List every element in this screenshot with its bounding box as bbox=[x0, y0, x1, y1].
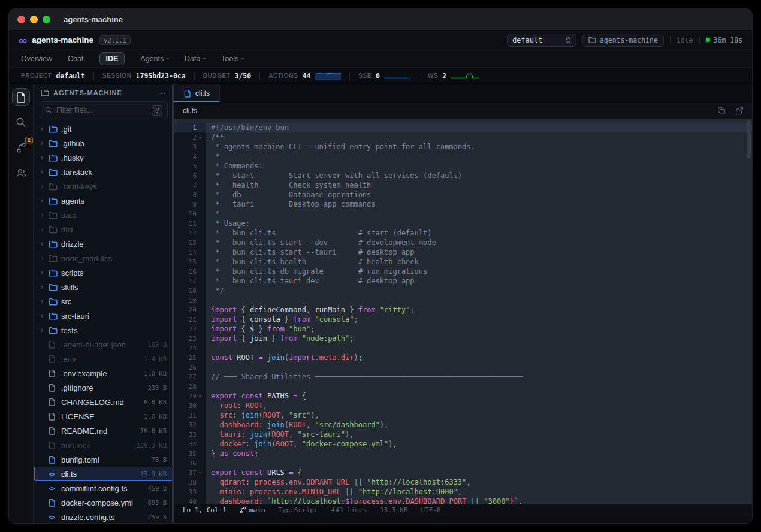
code-line-9[interactable]: 9 * tauri Desktop app commands bbox=[174, 200, 752, 209]
tree-file-commitlint.config.ts[interactable]: <>commitlint.config.ts459 B bbox=[34, 481, 173, 495]
copy-button[interactable] bbox=[717, 107, 726, 115]
code-line-24[interactable]: 24 bbox=[174, 343, 752, 353]
code-line-27[interactable]: 27// ─── Shared Utilities ──────────────… bbox=[174, 372, 752, 382]
tree-folder-.github[interactable]: ›.github bbox=[34, 136, 173, 150]
tree-folder-agents[interactable]: ›agents bbox=[34, 194, 173, 208]
code-line-40[interactable]: 40 dashboard: `http://localhost:${proces… bbox=[174, 497, 752, 504]
code-line-28[interactable]: 28 bbox=[174, 382, 752, 391]
code-editor[interactable]: 1#!/usr/bin/env bun2›/**3 * agents-machi… bbox=[174, 119, 752, 504]
tree-folder-src-tauri[interactable]: ›src-tauri bbox=[34, 309, 173, 323]
code-line-11[interactable]: 11 * Usage: bbox=[174, 219, 752, 228]
environment-select[interactable]: default bbox=[507, 34, 576, 47]
fold-chevron-icon[interactable]: › bbox=[197, 394, 203, 399]
code-line-1[interactable]: 1#!/usr/bin/env bun bbox=[174, 123, 752, 132]
tree-file-.agent-budget.json[interactable]: .agent-budget.json109 B bbox=[34, 337, 173, 352]
tree-file-docker-compose.yml[interactable]: docker-compose.yml893 B bbox=[34, 495, 173, 510]
explorer-menu-button[interactable]: ⋯ bbox=[158, 88, 167, 98]
tree-folder-src[interactable]: ›src bbox=[34, 294, 173, 309]
code-line-33[interactable]: 33 tauri: join(ROOT, "src-tauri"), bbox=[174, 430, 752, 439]
editor-tab-cli-ts[interactable]: cli.ts bbox=[174, 84, 220, 102]
nav-tab-data[interactable]: Data› bbox=[185, 55, 206, 63]
code-line-30[interactable]: 30 root: ROOT, bbox=[174, 401, 752, 410]
tree-folder-scripts[interactable]: ›scripts bbox=[34, 265, 173, 280]
code-line-13[interactable]: 13 * bun cli.ts start --dev # developmen… bbox=[174, 238, 752, 247]
tree-folder-skills[interactable]: ›skills bbox=[34, 280, 173, 294]
code-line-36[interactable]: 36 bbox=[174, 458, 752, 468]
agents-activity-button[interactable] bbox=[12, 164, 30, 182]
code-line-29[interactable]: 29›export const PATHS = { bbox=[174, 391, 752, 401]
project-button[interactable]: agents-machine bbox=[582, 34, 664, 47]
code-line-39[interactable]: 39 minio: process.env.MINIO_URL || "http… bbox=[174, 487, 752, 497]
code-line-14[interactable]: 14 * bun cli.ts start --tauri # desktop … bbox=[174, 247, 752, 257]
nav-tab-overview[interactable]: Overview bbox=[21, 55, 52, 63]
code-line-35[interactable]: 35} as const; bbox=[174, 449, 752, 458]
code-line-6[interactable]: 6 * start Start server with all services… bbox=[174, 171, 752, 180]
code-text: const ROOT = join(import.meta.dir); bbox=[206, 353, 752, 362]
code-line-5[interactable]: 5 * Commands: bbox=[174, 161, 752, 171]
code-line-34[interactable]: 34 docker: join(ROOT, "docker-compose.ym… bbox=[174, 439, 752, 449]
code-line-25[interactable]: 25const ROOT = join(import.meta.dir); bbox=[174, 353, 752, 362]
tree-folder-node_modules[interactable]: ›node_modules bbox=[34, 251, 173, 265]
open-external-button[interactable] bbox=[735, 107, 744, 115]
code-line-4[interactable]: 4 * bbox=[174, 152, 752, 161]
code-line-3[interactable]: 3 * agents-machine CLI — unified entry p… bbox=[174, 142, 752, 152]
code-line-26[interactable]: 26 bbox=[174, 362, 752, 372]
tree-folder-.tanstack[interactable]: ›.tanstack bbox=[34, 165, 173, 179]
minimize-button[interactable] bbox=[30, 16, 38, 23]
config-file-icon-wrap bbox=[49, 455, 61, 464]
filter-files-input[interactable]: Filter files... ? bbox=[40, 101, 168, 119]
search-activity-button[interactable] bbox=[12, 113, 30, 131]
tree-file-README.md[interactable]: README.md16.8 KB bbox=[34, 424, 173, 438]
tree-folder-.tauri-keys[interactable]: ›.tauri-keys bbox=[34, 179, 173, 194]
nav-tab-agents[interactable]: Agents› bbox=[140, 55, 169, 63]
code-line-37[interactable]: 37›export const URLS = { bbox=[174, 468, 752, 477]
code-line-32[interactable]: 32 dashboard: join(ROOT, "src/dashboard"… bbox=[174, 420, 752, 430]
tree-folder-dist[interactable]: ›dist bbox=[34, 222, 173, 237]
tree-file-bun.lock[interactable]: bun.lock189.3 KB bbox=[34, 438, 173, 452]
close-button[interactable] bbox=[17, 16, 25, 23]
code-line-2[interactable]: 2›/** bbox=[174, 132, 752, 142]
fold-chevron-icon[interactable]: › bbox=[197, 135, 203, 140]
line-number: 7 bbox=[192, 182, 197, 189]
explorer-activity-button[interactable] bbox=[12, 88, 30, 106]
tree-file-LICENSE[interactable]: LICENSE1.0 KB bbox=[34, 409, 173, 424]
code-line-31[interactable]: 31 src: join(ROOT, "src"), bbox=[174, 410, 752, 420]
code-line-12[interactable]: 12 * bun cli.ts # start (default) bbox=[174, 228, 752, 238]
fold-chevron-icon[interactable]: › bbox=[197, 470, 203, 476]
code-line-21[interactable]: 21import { consola } from "consola"; bbox=[174, 315, 752, 324]
tree-file-.env[interactable]: .env1.4 KB bbox=[34, 352, 173, 366]
tree-folder-data[interactable]: ›data bbox=[34, 208, 173, 222]
code-line-16[interactable]: 16 * bun cli.ts db migrate # run migrati… bbox=[174, 267, 752, 276]
source-control-activity-button[interactable]: 2 bbox=[12, 138, 30, 156]
tree-folder-.git[interactable]: ›.git bbox=[34, 122, 173, 136]
code-line-10[interactable]: 10 * bbox=[174, 209, 752, 219]
nav-tab-tools[interactable]: Tools› bbox=[221, 55, 244, 63]
tree-file-cli.ts[interactable]: <>cli.ts13.3 KB bbox=[34, 467, 173, 481]
code-line-20[interactable]: 20import { defineCommand, runMain } from… bbox=[174, 305, 752, 315]
explorer-scrollbar[interactable] bbox=[172, 84, 174, 523]
code-line-38[interactable]: 38 qdrant: process.env.QDRANT_URL || "ht… bbox=[174, 477, 752, 487]
editor-scrollbar[interactable] bbox=[747, 120, 751, 159]
project-button-label: agents-machine bbox=[600, 36, 658, 44]
maximize-button[interactable] bbox=[43, 16, 50, 23]
code-line-23[interactable]: 23import { join } from "node:path"; bbox=[174, 334, 752, 343]
code-line-22[interactable]: 22import { $ } from "bun"; bbox=[174, 324, 752, 334]
tree-file-CHANGELOG.md[interactable]: CHANGELOG.md6.8 KB bbox=[34, 395, 173, 409]
folder-icon bbox=[49, 140, 58, 147]
nav-tab-ide[interactable]: IDE bbox=[99, 52, 125, 65]
nav-tab-chat[interactable]: Chat bbox=[68, 55, 83, 63]
code-line-17[interactable]: 17 * bun cli.ts tauri dev # desktop app bbox=[174, 276, 752, 286]
tree-folder-drizzle[interactable]: ›drizzle bbox=[34, 237, 173, 251]
tree-file-bunfig.toml[interactable]: bunfig.toml78 B bbox=[34, 452, 173, 467]
code-line-18[interactable]: 18 */ bbox=[174, 286, 752, 295]
tree-file-.env.example[interactable]: .env.example1.8 KB bbox=[34, 366, 173, 380]
tree-item-name: src bbox=[61, 297, 167, 306]
code-line-7[interactable]: 7 * health Check system health bbox=[174, 180, 752, 190]
code-line-8[interactable]: 8 * db Database operations bbox=[174, 190, 752, 200]
code-line-19[interactable]: 19 bbox=[174, 295, 752, 305]
code-line-15[interactable]: 15 * bun cli.ts health # health check bbox=[174, 257, 752, 267]
tree-file-.gitignore[interactable]: .gitignore233 B bbox=[34, 380, 173, 395]
tree-folder-.husky[interactable]: ›.husky bbox=[34, 150, 173, 165]
tree-file-drizzle.config.ts[interactable]: <>drizzle.config.ts259 B bbox=[34, 510, 173, 523]
tree-folder-tests[interactable]: ›tests bbox=[34, 323, 173, 337]
